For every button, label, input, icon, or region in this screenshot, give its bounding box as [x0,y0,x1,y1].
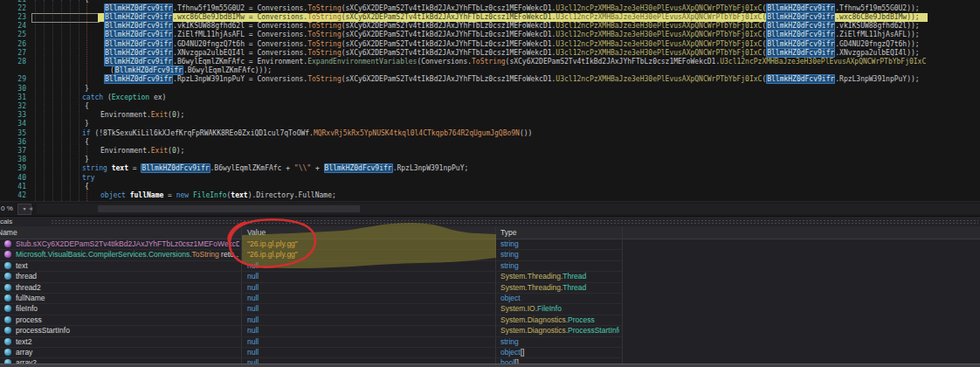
local-icon [4,327,11,334]
code-line[interactable]: 36{ [0,138,980,147]
column-header-type[interactable]: Type [500,228,516,237]
variable-name[interactable]: processStartInfo [16,326,239,335]
variable-value[interactable]: null [247,294,492,302]
variable-name[interactable]: text2 [16,337,239,346]
line-number[interactable]: 37 [0,147,26,156]
bottom-scrollbar[interactable] [0,364,980,367]
variable-name[interactable]: Stub.sXCy6X2DEPamS2Tv4tIkBd2JAxJYhFTbLz0… [16,239,239,248]
locals-row[interactable]: textnullstring [0,260,622,272]
line-number[interactable]: 24 [0,22,26,31]
locals-row[interactable]: processnullSystem.Diagnostics.Process [0,315,622,326]
line-number[interactable]: 25 [0,31,26,39]
line-number[interactable]: 40 [0,174,26,183]
locals-title: Locals [0,218,12,225]
code-token: U3cl12ncPzXMHBaJze3eH30ePlEvusAXpQNCWrPT… [556,75,762,83]
line-number[interactable]: 42 [0,191,26,200]
scrollbar-thumb[interactable] [98,205,360,212]
line-number[interactable]: 23 [0,13,26,22]
column-header-value[interactable]: Value [247,228,266,237]
local-icon [4,284,11,291]
code-token: .RpzL3npW391npPuY = Conversions. [173,75,307,83]
variable-value[interactable]: null [247,304,492,313]
locals-row[interactable]: processStartInfonullSystem.Diagnostics.P… [0,325,622,336]
line-number[interactable]: 29 [0,75,26,84]
locals-row[interactable]: arraynullobject[] [0,347,622,358]
code-token: } [85,120,89,128]
variable-name[interactable]: array [16,348,239,357]
variable-value[interactable]: null [247,348,492,357]
code-token: .wxc86CBe9JbdBIMw)); [835,13,919,21]
locals-row[interactable]: thread2nullSystem.Threading.Thread [0,282,622,294]
line-number[interactable]: 22 [0,4,26,13]
locals-row[interactable]: Stub.sXCy6X2DEPamS2Tv4tIkBd2JAxJYhFTbLz0… [0,239,622,250]
line-number[interactable]: 28 [0,58,26,66]
code-line[interactable]: 39string text = BllmkHZ0dFcv9ifr.B6wylEq… [0,164,980,173]
variable-value[interactable]: null [247,337,492,346]
locals-row[interactable]: fileInfonullSystem.IO.FileInfo [0,303,622,315]
symbol-highlight: BllmkHZ0dFcv9ifr [104,74,173,84]
variable-name[interactable]: Microsoft.VisualBasic.CompilerServices.C… [16,250,239,259]
locals-row[interactable]: threadnullSystem.Threading.Thread [0,271,622,282]
column-header-name[interactable]: Name [0,228,17,237]
line-number[interactable]: 26 [0,40,26,49]
line-number[interactable]: 33 [0,111,26,120]
horizontal-scrollbar[interactable] [37,204,980,214]
code-token: ToString [307,22,342,30]
code-text: catch (Exception ex) [82,93,166,102]
code-line[interactable]: 37Environment.Exit(0); [0,147,980,156]
line-number[interactable]: 30 [0,85,26,93]
locals-row[interactable]: text2nullstring [0,336,622,348]
code-token: .RpzL3npW391npPuY)); [835,75,919,83]
code-line[interactable]: 41{ [0,183,980,191]
code-line[interactable]: 31catch (Exception ex) [0,93,980,102]
line-number[interactable]: 38 [0,156,26,164]
line-number[interactable]: 27 [0,49,26,58]
code-token: .vkIKSUW88gfhd62l = Conversions. [173,22,307,30]
variable-value[interactable]: null [247,261,492,270]
variable-name[interactable]: fileInfo [16,304,239,313]
code-text: if (!8TkSexuKiLil6kXJefKrqFpRWAKK8REo0Zx… [82,129,532,138]
variable-value[interactable]: null [247,315,492,324]
variable-value[interactable]: null [247,326,492,335]
code-token: (sXCy6X2DEPamS2Tv4tIkBd2JAxJYhFTbLz0csz1… [342,75,556,83]
code-token: ).Directory.FullName; [248,191,336,199]
code-text: try [82,174,94,183]
line-number[interactable]: 32 [0,102,26,111]
code-line[interactable]: 35if (!8TkSexuKiLil6kXJefKrqFpRWAKK8REo0… [0,129,980,138]
variable-name[interactable]: thread2 [16,283,239,292]
variable-name[interactable]: thread [16,272,239,280]
variable-value[interactable]: "26.ip.gl.ply.gg" [247,239,492,248]
code-line[interactable]: 42object fullName = new FileInfo(text).D… [0,191,980,200]
line-number[interactable]: 35 [0,129,26,138]
code-token: if [82,129,91,137]
locals-row[interactable]: fullNamenullobject [0,293,622,304]
code-token: .wxc86CBe9JbdBIMw = Conversions. [173,13,307,21]
code-token: new [176,191,189,199]
scrollbar-left-arrow-icon[interactable]: ◂ [29,204,32,213]
code-line[interactable]: 25BllmkHZ0dFcv9ifr.ZiElfML11hjAsAFL = Co… [0,31,980,39]
line-number[interactable]: 31 [0,93,26,102]
variable-value[interactable]: null [247,272,492,280]
variable-value[interactable]: "26.ip.gl.ply.gg" [247,250,492,259]
locals-row[interactable]: Microsoft.VisualBasic.CompilerServices.C… [0,249,622,260]
variable-value[interactable]: null [247,283,492,292]
line-number[interactable]: 41 [0,183,26,191]
code-line[interactable]: 29BllmkHZ0dFcv9ifr.RpzL3npW391npPuY = Co… [0,75,980,84]
variable-name[interactable]: fullName [16,294,239,302]
variable-name[interactable]: text [16,261,239,270]
line-number[interactable]: 39 [0,164,26,173]
code-token: = [128,164,141,172]
code-line[interactable]: 34} [0,120,980,128]
code-line[interactable]: 30} [0,85,980,93]
code-line[interactable]: 40try [0,174,980,183]
code-token: .B6wylEqmlZKmFAfc + [210,164,294,172]
code-token: U3cl12ncPzXMHBaJze3eH30ePlEvusAXpQNCWrPT… [556,13,762,21]
line-number[interactable]: 36 [0,138,26,147]
line-number[interactable]: 34 [0,120,26,128]
variable-name[interactable]: process [16,315,239,324]
local-icon [4,262,11,269]
code-line[interactable]: 33Environment.Exit(0); [0,111,980,120]
code-line[interactable]: 32{ [0,102,980,111]
code-editor[interactable]: 21{22BllmkHZ0dFcv9ifr.Tfhnw5f19m55G0U2 =… [0,0,980,201]
symbol-highlight: BllmkHZ0dFcv9ifr [104,30,173,39]
